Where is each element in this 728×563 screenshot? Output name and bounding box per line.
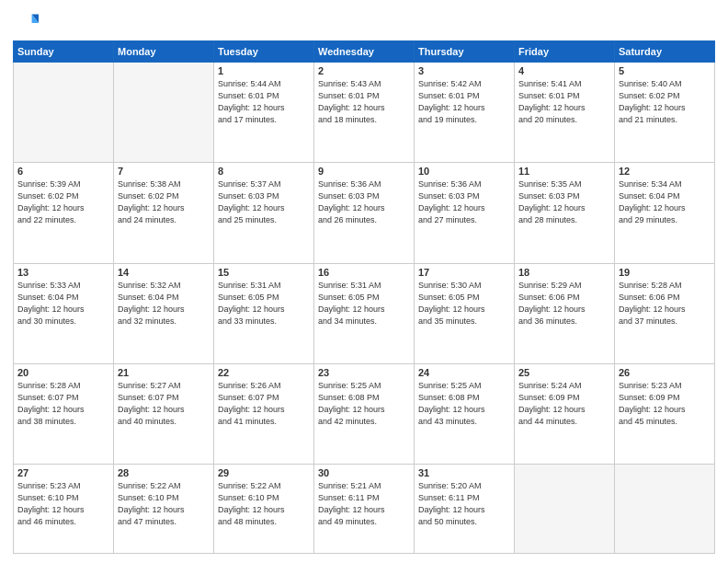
header — [13, 9, 715, 35]
calendar-cell — [615, 465, 715, 554]
calendar-cell: 10Sunrise: 5:36 AMSunset: 6:03 PMDayligh… — [415, 163, 515, 263]
day-number: 10 — [418, 166, 510, 177]
day-detail: Sunrise: 5:38 AMSunset: 6:02 PMDaylight:… — [118, 178, 210, 226]
calendar-cell: 28Sunrise: 5:22 AMSunset: 6:10 PMDayligh… — [114, 465, 214, 554]
day-detail: Sunrise: 5:30 AMSunset: 6:05 PMDaylight:… — [418, 280, 510, 327]
calendar-cell: 17Sunrise: 5:30 AMSunset: 6:05 PMDayligh… — [415, 263, 515, 363]
day-number: 13 — [17, 267, 109, 278]
logo-icon — [13, 9, 39, 35]
calendar-cell: 8Sunrise: 5:37 AMSunset: 6:03 PMDaylight… — [214, 163, 314, 263]
day-number: 3 — [418, 65, 510, 76]
calendar-cell — [114, 63, 214, 163]
day-detail: Sunrise: 5:24 AMSunset: 6:09 PMDaylight:… — [518, 380, 610, 428]
day-number: 26 — [619, 367, 711, 378]
day-of-week-header: Tuesday — [214, 41, 314, 63]
day-detail: Sunrise: 5:40 AMSunset: 6:02 PMDaylight:… — [619, 78, 711, 126]
day-number: 14 — [118, 267, 210, 278]
day-of-week-header: Friday — [515, 41, 615, 63]
day-of-week-header: Thursday — [415, 41, 515, 63]
calendar-cell: 7Sunrise: 5:38 AMSunset: 6:02 PMDaylight… — [114, 163, 214, 263]
calendar-cell: 21Sunrise: 5:27 AMSunset: 6:07 PMDayligh… — [114, 363, 214, 464]
calendar-cell: 4Sunrise: 5:41 AMSunset: 6:01 PMDaylight… — [515, 63, 615, 163]
calendar-cell: 31Sunrise: 5:20 AMSunset: 6:11 PMDayligh… — [415, 465, 515, 554]
day-detail: Sunrise: 5:44 AMSunset: 6:01 PMDaylight:… — [218, 78, 310, 126]
day-detail: Sunrise: 5:41 AMSunset: 6:01 PMDaylight:… — [518, 78, 610, 126]
day-detail: Sunrise: 5:34 AMSunset: 6:04 PMDaylight:… — [619, 178, 711, 226]
day-number: 1 — [218, 65, 310, 76]
day-detail: Sunrise: 5:26 AMSunset: 6:07 PMDaylight:… — [218, 380, 310, 428]
day-number: 24 — [418, 367, 510, 378]
calendar-cell: 5Sunrise: 5:40 AMSunset: 6:02 PMDaylight… — [615, 63, 715, 163]
day-detail: Sunrise: 5:33 AMSunset: 6:04 PMDaylight:… — [17, 280, 109, 327]
day-number: 11 — [518, 166, 610, 177]
calendar-cell: 23Sunrise: 5:25 AMSunset: 6:08 PMDayligh… — [314, 363, 415, 464]
calendar-cell: 1Sunrise: 5:44 AMSunset: 6:01 PMDaylight… — [214, 63, 314, 163]
day-detail: Sunrise: 5:25 AMSunset: 6:08 PMDaylight:… — [418, 380, 510, 428]
day-detail: Sunrise: 5:43 AMSunset: 6:01 PMDaylight:… — [318, 78, 410, 126]
day-number: 7 — [118, 166, 210, 177]
calendar-cell: 27Sunrise: 5:23 AMSunset: 6:10 PMDayligh… — [14, 465, 114, 554]
calendar-cell: 2Sunrise: 5:43 AMSunset: 6:01 PMDaylight… — [314, 63, 415, 163]
day-number: 29 — [218, 467, 310, 478]
calendar-cell: 14Sunrise: 5:32 AMSunset: 6:04 PMDayligh… — [114, 263, 214, 363]
day-detail: Sunrise: 5:29 AMSunset: 6:06 PMDaylight:… — [518, 280, 610, 327]
day-detail: Sunrise: 5:23 AMSunset: 6:09 PMDaylight:… — [619, 380, 711, 428]
day-detail: Sunrise: 5:37 AMSunset: 6:03 PMDaylight:… — [218, 178, 310, 226]
calendar-cell — [14, 63, 114, 163]
day-detail: Sunrise: 5:27 AMSunset: 6:07 PMDaylight:… — [118, 380, 210, 428]
calendar-week-row: 13Sunrise: 5:33 AMSunset: 6:04 PMDayligh… — [14, 263, 715, 363]
day-detail: Sunrise: 5:23 AMSunset: 6:10 PMDaylight:… — [17, 480, 109, 528]
day-of-week-header: Wednesday — [314, 41, 415, 63]
day-of-week-header: Saturday — [615, 41, 715, 63]
day-detail: Sunrise: 5:36 AMSunset: 6:03 PMDaylight:… — [418, 178, 510, 226]
day-detail: Sunrise: 5:20 AMSunset: 6:11 PMDaylight:… — [418, 480, 510, 528]
day-number: 8 — [218, 166, 310, 177]
day-detail: Sunrise: 5:31 AMSunset: 6:05 PMDaylight:… — [318, 280, 410, 327]
calendar-table: SundayMondayTuesdayWednesdayThursdayFrid… — [13, 40, 715, 554]
calendar-cell: 22Sunrise: 5:26 AMSunset: 6:07 PMDayligh… — [214, 363, 314, 464]
logo — [13, 9, 42, 35]
day-number: 12 — [619, 166, 711, 177]
day-number: 22 — [218, 367, 310, 378]
day-detail: Sunrise: 5:21 AMSunset: 6:11 PMDaylight:… — [318, 480, 410, 528]
day-number: 5 — [619, 65, 711, 76]
calendar-cell: 20Sunrise: 5:28 AMSunset: 6:07 PMDayligh… — [14, 363, 114, 464]
day-number: 28 — [118, 467, 210, 478]
calendar-cell — [515, 465, 615, 554]
calendar-cell: 18Sunrise: 5:29 AMSunset: 6:06 PMDayligh… — [515, 263, 615, 363]
calendar-cell: 6Sunrise: 5:39 AMSunset: 6:02 PMDaylight… — [14, 163, 114, 263]
calendar-cell: 15Sunrise: 5:31 AMSunset: 6:05 PMDayligh… — [214, 263, 314, 363]
calendar-cell: 16Sunrise: 5:31 AMSunset: 6:05 PMDayligh… — [314, 263, 415, 363]
day-detail: Sunrise: 5:22 AMSunset: 6:10 PMDaylight:… — [218, 480, 310, 528]
calendar-cell: 11Sunrise: 5:35 AMSunset: 6:03 PMDayligh… — [515, 163, 615, 263]
day-detail: Sunrise: 5:42 AMSunset: 6:01 PMDaylight:… — [418, 78, 510, 126]
day-number: 6 — [17, 166, 109, 177]
calendar-week-row: 1Sunrise: 5:44 AMSunset: 6:01 PMDaylight… — [14, 63, 715, 163]
day-detail: Sunrise: 5:22 AMSunset: 6:10 PMDaylight:… — [118, 480, 210, 528]
calendar-cell: 9Sunrise: 5:36 AMSunset: 6:03 PMDaylight… — [314, 163, 415, 263]
calendar-cell: 3Sunrise: 5:42 AMSunset: 6:01 PMDaylight… — [415, 63, 515, 163]
calendar-cell: 12Sunrise: 5:34 AMSunset: 6:04 PMDayligh… — [615, 163, 715, 263]
day-number: 18 — [518, 267, 610, 278]
day-of-week-header: Sunday — [14, 41, 114, 63]
calendar-cell: 24Sunrise: 5:25 AMSunset: 6:08 PMDayligh… — [415, 363, 515, 464]
day-detail: Sunrise: 5:25 AMSunset: 6:08 PMDaylight:… — [318, 380, 410, 428]
calendar-cell: 26Sunrise: 5:23 AMSunset: 6:09 PMDayligh… — [615, 363, 715, 464]
day-number: 9 — [318, 166, 410, 177]
day-number: 4 — [518, 65, 610, 76]
day-of-week-header: Monday — [114, 41, 214, 63]
calendar-week-row: 20Sunrise: 5:28 AMSunset: 6:07 PMDayligh… — [14, 363, 715, 464]
calendar-week-row: 27Sunrise: 5:23 AMSunset: 6:10 PMDayligh… — [14, 465, 715, 554]
day-number: 15 — [218, 267, 310, 278]
day-detail: Sunrise: 5:39 AMSunset: 6:02 PMDaylight:… — [17, 178, 109, 226]
day-detail: Sunrise: 5:36 AMSunset: 6:03 PMDaylight:… — [318, 178, 410, 226]
calendar-cell: 29Sunrise: 5:22 AMSunset: 6:10 PMDayligh… — [214, 465, 314, 554]
day-number: 16 — [318, 267, 410, 278]
page: SundayMondayTuesdayWednesdayThursdayFrid… — [0, 0, 728, 563]
calendar-week-row: 6Sunrise: 5:39 AMSunset: 6:02 PMDaylight… — [14, 163, 715, 263]
day-detail: Sunrise: 5:32 AMSunset: 6:04 PMDaylight:… — [118, 280, 210, 327]
calendar-cell: 30Sunrise: 5:21 AMSunset: 6:11 PMDayligh… — [314, 465, 415, 554]
day-number: 23 — [318, 367, 410, 378]
calendar-cell: 13Sunrise: 5:33 AMSunset: 6:04 PMDayligh… — [14, 263, 114, 363]
day-number: 2 — [318, 65, 410, 76]
